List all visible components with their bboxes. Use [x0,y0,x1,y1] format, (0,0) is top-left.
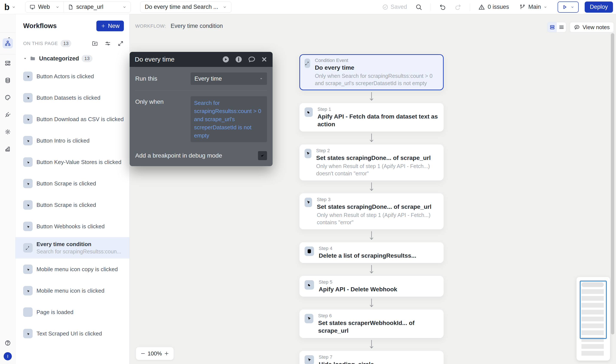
caret-down-icon [259,77,263,81]
workflow-tab-active[interactable] [2,38,13,49]
settings-gear-icon[interactable] [4,129,11,135]
page-dropdown[interactable]: scrape_url [64,2,131,13]
minimap[interactable] [576,277,610,361]
plus-icon [101,23,106,28]
top-toolbar: b Web scrape_url Do every time and Searc… [0,0,616,14]
workflow-list: Button Actors is clicked Button Datasets… [15,65,129,344]
warning-triangle-icon [478,4,485,11]
workflow-list-item[interactable]: Button Datasets is clicked [15,87,129,108]
condition-icon [23,243,33,253]
page-file-icon [68,4,74,10]
preview-button[interactable] [558,1,579,13]
new-workflow-button[interactable]: New [96,21,124,31]
folder-uncategorized[interactable]: Uncategorized 13 [23,55,124,62]
step-kicker: Step 3 [317,197,438,202]
workflow-selector-dropdown[interactable]: Do every time and Search ... [140,1,231,13]
search-icon[interactable] [415,3,422,11]
step-condition: Only when Search for scrapingResultss:co… [315,72,438,87]
view-notes-button[interactable]: View notes [570,22,614,32]
deploy-button[interactable]: Deploy [585,1,613,13]
section-count-badge: 13 [61,40,71,47]
breakpoint-checkbox[interactable] [258,151,267,160]
add-folder-icon[interactable] [92,40,98,47]
view-notes-label: View notes [583,24,610,31]
step-kicker: Step 6 [318,313,438,319]
saved-check-icon [382,4,388,10]
workflow-step-card[interactable]: Step 3 Set states scrapingDone... of scr… [300,193,444,229]
workflow-list-item[interactable]: Button Actors is clicked [15,65,129,87]
list-view-icon [559,25,564,30]
step-title: Apify API - Fetch data from dataset text… [317,113,438,128]
canvas-scrollbar[interactable] [611,33,614,334]
undo-icon[interactable] [439,3,446,11]
issues-button[interactable]: 0 issues [478,4,509,11]
zoom-out-button[interactable] [140,351,146,356]
workflow-list-item[interactable]: Button Scrape is clicked [15,194,129,216]
folder-count-badge: 13 [82,55,92,62]
run-play-icon[interactable] [222,55,230,63]
dialog-title: Do every time [135,56,175,63]
workflow-list-item[interactable]: Page is loaded [15,301,129,323]
step-title: Set states scraperWebhookId... of scrape… [318,319,438,335]
only-when-expression[interactable]: Search for scrapingResultss:count > 0 an… [191,96,267,142]
run-this-dropdown[interactable]: Every time [191,72,267,85]
step-kicker: Step 5 [319,279,397,285]
workflow-step-card[interactable]: Step 6 Set states scraperWebhookId... of… [300,310,444,338]
logo-chevron-down-icon[interactable] [12,5,16,9]
zoom-level: 100% [148,350,162,357]
save-status: Saved [382,4,407,10]
comment-icon[interactable] [248,55,256,64]
styles-palette-icon[interactable] [4,94,11,101]
plugins-icon[interactable] [4,111,11,118]
logs-chart-icon[interactable] [4,146,11,152]
rail-divider [0,33,15,33]
page-label: scrape_url [76,4,103,10]
workflow-item-subtitle: Search for scrapingResultss:coun... [37,248,121,255]
close-icon[interactable] [261,56,267,63]
git-branch-icon [519,4,526,10]
workflow-step-card[interactable]: Step 1 Apify API - Fetch data from datas… [300,103,444,132]
branch-selector[interactable]: Main [519,4,547,10]
bubble-logo: b [4,3,9,11]
card-view-button[interactable] [548,22,557,32]
step-title: Set states scrapingDone... of scrape_url [317,203,438,211]
workflow-list-item[interactable]: Button Scrape is clicked [15,173,129,194]
workflow-list-item[interactable]: Text Scraped Url is clicked [15,323,129,344]
workflow-list-item[interactable]: Button Download as CSV is clicked [15,108,129,130]
cursor-click-icon [23,93,33,103]
workflow-list-item[interactable]: Mobile menu icon is clicked [15,280,129,301]
workflow-list-item[interactable]: Mobile menu icon copy is clicked [15,259,129,280]
cursor-click-icon [23,286,33,295]
workflow-step-card[interactable]: Step 4 Delete a list of scrapingResultss… [300,242,444,263]
zoom-in-button[interactable] [164,351,169,356]
dialog-titlebar[interactable]: Do every time [130,52,273,67]
help-icon[interactable] [4,340,11,346]
filter-sliders-icon[interactable] [105,40,111,47]
workflow-step-card[interactable]: Step 2 Set states scrapingDone... of scr… [300,144,444,181]
database-icon [305,247,314,256]
workflow-step-card[interactable]: Step 5 Apify API - Delete Webhook [300,276,444,297]
workflow-selector-label: Do every time and Search ... [145,4,218,10]
workflow-step-card[interactable]: Step 7 Hide loading_circle [300,351,444,364]
platform-dropdown[interactable]: Web [26,2,64,13]
workflow-list-item[interactable]: Button Key-Value Stores is clicked [15,151,129,173]
event-property-dialog: Do every time Run this Every time Only w… [130,52,273,166]
reusables-icon[interactable] [4,60,11,66]
user-avatar[interactable]: I [4,352,12,360]
minimap-viewport[interactable] [580,281,607,339]
data-icon[interactable] [4,77,11,84]
workflow-header-title: Every time condition [171,23,223,29]
list-view-button[interactable] [557,22,566,32]
breakpoint-label: Add a breakpoint in debug mode [135,152,222,159]
workflow-tree-icon [4,40,11,47]
workflow-list-item[interactable]: Every time condition Search for scraping… [15,237,129,259]
workflow-list-item[interactable]: Button Intro is clicked [15,130,129,151]
expand-icon[interactable] [117,40,124,47]
redo-icon[interactable] [454,3,462,11]
notes-bubble-icon [574,24,580,30]
pointer-icon [305,355,314,364]
workflow-step-card[interactable]: Condition Event Do every time Only when … [300,54,444,90]
info-icon[interactable] [235,55,243,63]
plug-icon [305,280,314,290]
workflow-list-item[interactable]: Button Webhooks is clicked [15,216,129,237]
